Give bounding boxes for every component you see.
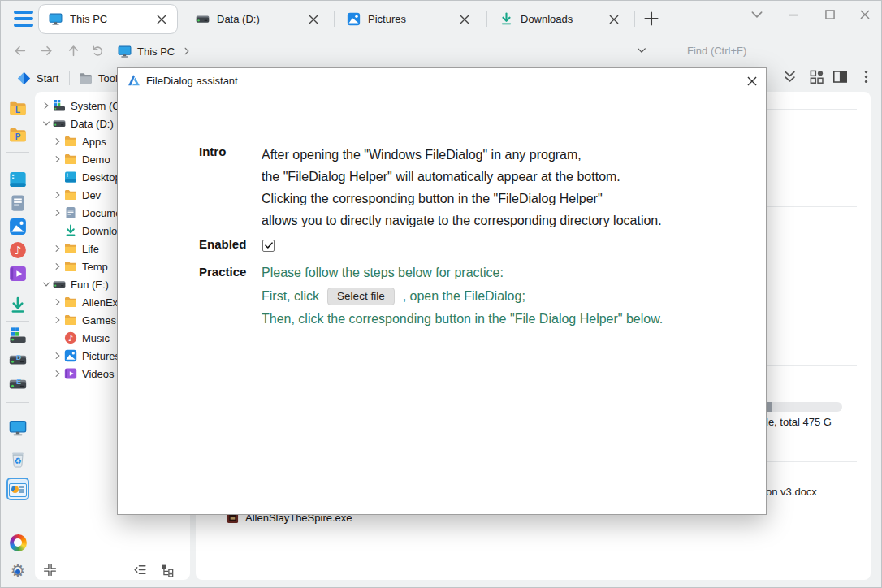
picture-icon [64,349,77,362]
recent-doc-text: on v3.docx [766,486,817,498]
sidebar-gear-icon[interactable]: ⚙ [9,562,27,580]
practice-step1-prefix: First, click [262,289,319,304]
chevron-right-icon[interactable] [53,136,63,146]
tab-list-chevron-icon[interactable] [750,7,764,20]
undo-arrow-icon[interactable] [91,44,105,58]
chevron-right-icon[interactable] [53,369,63,378]
sidebar-drive-d-icon[interactable]: D [9,351,27,369]
back-arrow-icon[interactable] [13,44,27,58]
sidebar-video-icon[interactable] [9,265,27,283]
dialog-close-icon[interactable] [745,74,759,89]
tree-item-label: Pictures [82,350,120,362]
drive-letter: D [9,351,27,369]
chevron-right-icon[interactable] [41,101,51,110]
tab-pictures[interactable]: Pictures [337,4,480,34]
sidebar-control-panel-icon[interactable] [9,480,27,498]
tab-close-icon[interactable] [607,12,621,27]
tab-label: Downloads [521,13,600,25]
select-file-button[interactable]: Select file [327,288,395,305]
filedialog-assistant-dialog: FileDialog assistant Intro After opening… [117,67,767,515]
tree-item-label: Music [82,332,110,344]
chevron-spacer [53,226,63,236]
tab-close-icon[interactable] [154,12,169,27]
grid-view-icon[interactable] [809,69,824,84]
sidebar-separator [6,321,29,322]
find-input[interactable]: Find (Ctrl+F) [687,45,746,57]
desktop-icon [64,171,77,184]
sidebar-download-icon[interactable] [9,296,27,314]
up-arrow-icon[interactable] [67,44,80,58]
sidebar-separator [6,402,29,403]
maximize-icon[interactable] [823,7,837,20]
enabled-checkbox[interactable] [262,240,275,252]
folder-letter: P [9,126,27,144]
sidebar-document-icon[interactable] [9,194,27,212]
tree-item-label: Videos [82,368,115,380]
svg-text:♻: ♻ [14,456,21,465]
file-manager-window: This PCData (D:)PicturesDownloads This P… [0,0,882,588]
tree-view-icon[interactable] [161,564,175,577]
tree-item-label: Temp [82,261,108,273]
minimize-icon[interactable] [786,7,801,20]
outdent-icon[interactable] [133,563,147,577]
chevron-right-icon[interactable] [53,315,63,325]
drive-letter: E [9,375,27,393]
chevron-right-icon [182,46,192,56]
collapse-all-icon[interactable] [43,563,57,577]
chevron-right-icon[interactable] [53,297,63,307]
svg-text:♪: ♪ [15,244,22,257]
tab-bar: This PCData (D:)PicturesDownloads [1,1,882,37]
tools-folder-icon [79,71,93,85]
navigation-bar: This PC Find (Ctrl+F) [1,37,882,64]
double-chevron-down-icon[interactable] [782,69,798,84]
tab-label: Pictures [368,13,451,25]
sidebar-monitor-icon[interactable] [9,419,27,437]
tree-item-label: Apps [82,136,106,148]
tab-label: Data (D:) [217,13,300,25]
new-tab-icon[interactable] [642,10,660,28]
sidebar-music-icon[interactable]: ♪ [9,241,27,259]
chevron-right-icon[interactable] [53,154,63,164]
practice-line-3: Then, click the corresponding button in … [262,308,663,331]
start-label: Start [37,72,58,84]
tab-close-icon[interactable] [457,12,472,27]
sidebar-picture-icon[interactable] [9,218,27,236]
tab-data-d-[interactable]: Data (D:) [186,4,329,34]
assistant-logo-icon [128,74,141,87]
sidebar-system-drive-icon[interactable] [9,326,27,344]
more-kebab-icon[interactable] [858,69,874,84]
chevron-right-icon[interactable] [53,244,63,253]
tab-downloads[interactable]: Downloads [490,4,629,34]
quick-launch-sidebar: LP♪DE♻⚙ [1,92,35,588]
tree-item-label: Demo [82,153,110,166]
close-window-icon[interactable] [858,7,872,20]
chevron-right-icon[interactable] [53,190,63,200]
tree-item-label: Life [82,243,99,255]
breadcrumb[interactable]: This PC [118,41,192,62]
hamburger-menu-icon[interactable] [14,11,33,27]
sidebar-drive-e-icon[interactable]: E [9,375,27,393]
dialog-titlebar[interactable]: FileDialog assistant [118,68,766,93]
system-drive-icon [53,99,66,112]
forward-arrow-icon[interactable] [40,44,54,58]
chevron-down-icon[interactable] [41,279,51,289]
tab-close-icon[interactable] [306,12,321,27]
chevron-right-icon[interactable] [53,262,63,271]
sidebar-recycle-bin-icon[interactable]: ♻ [9,450,27,468]
sidebar-folder-p-icon[interactable]: P [9,126,27,144]
split-view-icon[interactable] [832,69,848,84]
chevron-right-icon[interactable] [53,351,63,361]
start-icon [17,71,31,85]
sidebar-separator [6,152,29,153]
start-button[interactable]: Start [17,67,58,89]
drive-capacity-text: le, total 475 G [766,416,832,428]
sidebar-color-wheel-icon[interactable] [9,534,27,551]
intro-label: Intro [199,145,257,158]
sidebar-folder-l-icon[interactable]: L [9,99,27,117]
address-dropdown-chevron-icon[interactable] [636,45,647,55]
chevron-down-icon[interactable] [41,119,51,128]
tab-this-pc[interactable]: This PC [38,4,178,34]
tab-separator [334,11,335,27]
sidebar-desktop-icon[interactable] [9,171,27,188]
chevron-right-icon[interactable] [53,208,63,218]
